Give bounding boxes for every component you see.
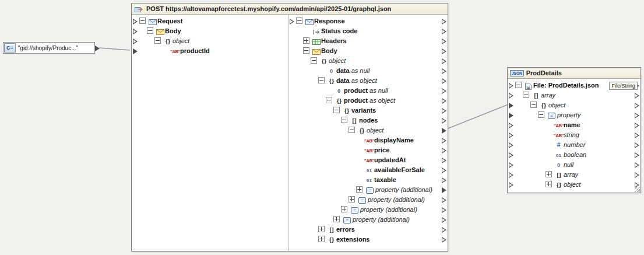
expand-toggle[interactable] bbox=[303, 47, 309, 54]
tree-node[interactable]: 01taxable bbox=[288, 175, 448, 185]
output-connector[interactable] bbox=[442, 138, 446, 144]
connection-line[interactable] bbox=[99, 48, 130, 50]
expand-toggle[interactable] bbox=[523, 92, 529, 98]
tree-node[interactable]: { }object bbox=[132, 36, 288, 46]
output-connector[interactable] bbox=[442, 118, 446, 124]
file-node[interactable]: File: ProdDetails.json File/String bbox=[508, 81, 641, 90]
output-connector[interactable] bbox=[635, 132, 639, 138]
input-connector[interactable] bbox=[133, 48, 138, 54]
output-connector[interactable] bbox=[442, 177, 446, 183]
expand-toggle[interactable] bbox=[341, 206, 347, 212]
input-connector[interactable] bbox=[509, 93, 513, 99]
input-connector[interactable] bbox=[133, 39, 138, 44]
expand-toggle[interactable] bbox=[341, 117, 347, 123]
expand-toggle[interactable] bbox=[318, 236, 325, 242]
tree-node[interactable]: Status code bbox=[288, 26, 448, 36]
expand-toggle[interactable] bbox=[326, 97, 332, 103]
tree-node[interactable]: "AB"updatedAt bbox=[288, 155, 448, 165]
output-connector[interactable] bbox=[635, 113, 639, 118]
component-title[interactable]: JSON ProdDetails bbox=[508, 68, 641, 79]
tree-node[interactable]: [ ]errors bbox=[288, 225, 448, 235]
tree-node[interactable]: 0null bbox=[508, 160, 641, 170]
expand-toggle[interactable] bbox=[349, 196, 355, 202]
expand-toggle[interactable] bbox=[546, 171, 552, 177]
tree-node[interactable]: Body bbox=[132, 26, 288, 36]
expand-toggle[interactable] bbox=[303, 37, 309, 44]
tree-node[interactable]: { }product as object bbox=[288, 96, 448, 106]
output-connector[interactable] bbox=[442, 237, 446, 243]
tree-node[interactable]: { }extensions bbox=[288, 235, 448, 244]
tree-node[interactable]: 01availableForSale bbox=[288, 165, 448, 175]
expand-toggle[interactable] bbox=[311, 57, 317, 64]
expand-toggle[interactable] bbox=[538, 111, 544, 118]
tree-node[interactable]: "AB"displayName bbox=[288, 135, 448, 145]
expand-toggle[interactable] bbox=[515, 82, 522, 88]
input-connector[interactable] bbox=[509, 142, 513, 148]
output-connector[interactable] bbox=[442, 207, 446, 213]
expand-toggle[interactable] bbox=[530, 102, 537, 108]
output-connector[interactable] bbox=[442, 197, 446, 203]
tree-node[interactable]: =property (additional) bbox=[288, 205, 448, 215]
tree-node[interactable]: { }object bbox=[288, 125, 448, 135]
expand-toggle[interactable] bbox=[349, 127, 355, 133]
output-connector[interactable] bbox=[635, 123, 639, 128]
tree-node[interactable]: { }object bbox=[508, 100, 641, 110]
component-title[interactable]: POST https://altovamapforcetest.myshopif… bbox=[132, 4, 448, 15]
input-connector[interactable] bbox=[509, 103, 513, 109]
tree-node[interactable]: =property (additional) bbox=[288, 215, 448, 225]
json-output-component[interactable]: JSON ProdDetails File: ProdDetails.json … bbox=[507, 67, 641, 193]
connection-line[interactable] bbox=[445, 104, 508, 130]
output-connector[interactable] bbox=[635, 103, 639, 109]
webservice-component[interactable]: POST https://altovamapforcetest.myshopif… bbox=[131, 3, 448, 251]
tree-node[interactable]: { }object bbox=[288, 56, 448, 66]
tree-node[interactable]: { }data as object bbox=[288, 76, 448, 86]
tree-node[interactable]: Response bbox=[288, 16, 448, 26]
expand-toggle[interactable] bbox=[318, 226, 325, 232]
expand-toggle[interactable] bbox=[546, 181, 552, 187]
output-connector[interactable] bbox=[442, 227, 446, 233]
output-connector[interactable] bbox=[442, 68, 446, 74]
tree-node[interactable]: "AB"name bbox=[508, 120, 641, 130]
expand-toggle[interactable] bbox=[139, 18, 146, 24]
output-connector[interactable] bbox=[635, 162, 639, 168]
output-connector[interactable] bbox=[95, 46, 100, 51]
tree-node[interactable]: "AB"productId bbox=[132, 46, 288, 56]
input-connector[interactable] bbox=[509, 132, 513, 138]
tree-node[interactable]: 0data as null bbox=[288, 66, 448, 76]
output-connector[interactable] bbox=[442, 98, 446, 104]
output-connector[interactable] bbox=[442, 167, 446, 173]
input-connector[interactable] bbox=[133, 29, 138, 34]
output-connector[interactable] bbox=[442, 48, 446, 54]
output-connector[interactable] bbox=[442, 187, 446, 193]
output-connector[interactable] bbox=[442, 158, 446, 163]
input-connector[interactable] bbox=[509, 172, 513, 178]
tree-node[interactable]: #number bbox=[508, 140, 641, 150]
tree-node[interactable]: =property (additional) bbox=[288, 185, 448, 195]
tree-node[interactable]: 0product as null bbox=[288, 86, 448, 96]
file-string-button[interactable]: File/String bbox=[609, 82, 638, 90]
input-connector[interactable] bbox=[290, 19, 294, 25]
expand-toggle[interactable] bbox=[356, 186, 363, 193]
tree-node[interactable]: =property bbox=[508, 110, 641, 120]
output-connector[interactable] bbox=[442, 39, 446, 44]
expand-toggle[interactable] bbox=[333, 216, 340, 222]
tree-node[interactable]: Request bbox=[132, 16, 288, 26]
expand-toggle[interactable] bbox=[318, 77, 325, 83]
input-connector[interactable] bbox=[509, 162, 513, 168]
resize-handle[interactable] bbox=[635, 187, 640, 192]
expand-toggle[interactable] bbox=[154, 37, 161, 44]
expand-toggle[interactable] bbox=[147, 27, 153, 34]
output-connector[interactable] bbox=[635, 152, 639, 158]
tree-node[interactable]: "AB"price bbox=[288, 145, 448, 155]
output-connector[interactable] bbox=[442, 88, 446, 94]
input-connector[interactable] bbox=[509, 123, 513, 128]
tree-node[interactable]: [ ]array bbox=[508, 90, 641, 100]
output-connector[interactable] bbox=[442, 128, 446, 134]
expand-toggle[interactable] bbox=[333, 107, 340, 113]
input-connector[interactable] bbox=[509, 152, 513, 158]
output-connector[interactable] bbox=[635, 142, 639, 148]
output-connector[interactable] bbox=[442, 217, 446, 223]
output-connector[interactable] bbox=[442, 78, 446, 84]
tree-node[interactable]: [ ]array bbox=[508, 170, 641, 180]
output-connector[interactable] bbox=[442, 58, 446, 64]
